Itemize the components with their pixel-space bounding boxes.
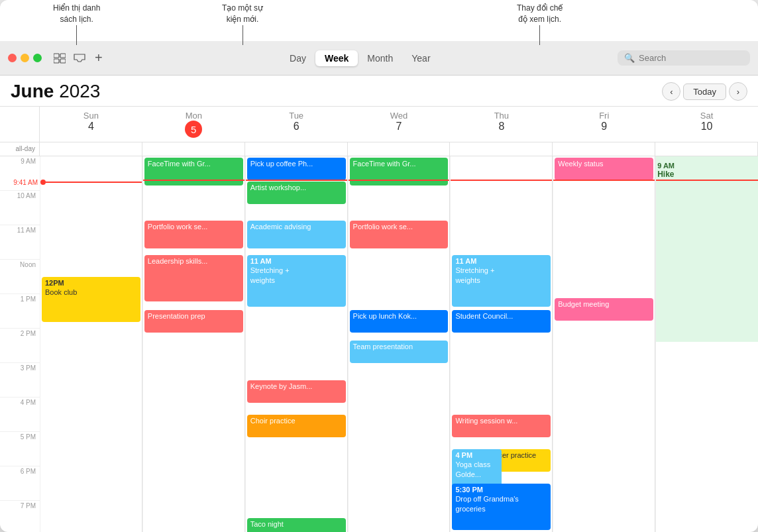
time-noon: Noon [0, 260, 40, 294]
search-icon: 🔍 [624, 53, 635, 63]
next-arrow[interactable]: › [729, 82, 747, 101]
time-line-sat-label: 9 AM [657, 162, 675, 170]
fri-wrapper: Weekly status Budget meeting [553, 156, 655, 532]
prev-arrow[interactable]: ‹ [662, 82, 680, 101]
event-grandmas-groceries[interactable]: 5:30 PMDrop off Grandma'sgroceries [452, 484, 551, 530]
event-pickup-lunch[interactable]: Pick up lunch Kok... [350, 310, 449, 333]
traffic-lights [8, 54, 42, 62]
close-button[interactable] [8, 54, 17, 62]
time-spacer [0, 107, 40, 142]
time-line-fri [553, 180, 655, 181]
event-keynote[interactable]: Keynote by Jasm... [247, 380, 346, 403]
titlebar: + Day Week Month Year 🔍 [0, 41, 758, 76]
current-time-line: 9:41 AM [40, 180, 142, 185]
time-4pm: 4 PM [0, 398, 40, 432]
allday-sun [40, 142, 142, 156]
event-weekly-status[interactable]: Weekly status [555, 158, 653, 180]
allday-mon [142, 142, 245, 156]
time-column: 9 AM 10 AM 11 AM Noon 1 PM 2 PM 3 PM 4 P… [0, 156, 40, 532]
day-header-fri: Fri 9 [553, 107, 655, 142]
event-book-club[interactable]: 12PMBook club [42, 277, 140, 322]
day-col-fri: Weekly status Budget meeting [553, 156, 655, 532]
calendar-list-icon[interactable] [52, 51, 67, 66]
event-portfolio-mon[interactable]: Portfolio work se... [144, 221, 243, 248]
time-7pm: 7 PM [0, 501, 40, 532]
svg-rect-0 [54, 54, 59, 58]
time-11am: 11 AM [0, 225, 40, 260]
event-presentation-prep[interactable]: Presentation prep [144, 310, 243, 333]
calendar-grid: Sun 4 Mon 5 Tue 6 Wed 7 Thu 8 Fri 9 [0, 107, 758, 532]
day-header-thu: Thu 8 [450, 107, 553, 142]
view-day-button[interactable]: Day [280, 50, 315, 66]
view-month-button[interactable]: Month [358, 50, 402, 66]
event-stretching-thu[interactable]: 11 AMStretching +weights [452, 255, 551, 307]
minimize-button[interactable] [21, 54, 29, 62]
allday-thu [450, 142, 553, 156]
time-rows: 9 AM 10 AM 11 AM Noon 1 PM 2 PM 3 PM 4 P… [0, 156, 758, 532]
calendar-header: June 2023 ‹ Today › [0, 76, 758, 107]
inbox-icon[interactable] [72, 51, 87, 66]
search-input[interactable] [639, 53, 743, 63]
event-student-council[interactable]: Student Council... [452, 310, 551, 333]
time-2pm: 2 PM [0, 329, 40, 363]
day-col-wed: FaceTime with Gr... Portfolio work se...… [348, 156, 451, 532]
event-facetime-wed[interactable]: FaceTime with Gr... [350, 158, 449, 186]
view-year-button[interactable]: Year [402, 50, 439, 66]
event-facetime-mon[interactable]: FaceTime with Gr... [144, 158, 243, 186]
event-hike[interactable]: Hike [657, 170, 757, 179]
search-box[interactable]: 🔍 [618, 50, 750, 66]
calendar-month: June [11, 81, 54, 101]
event-budget-meeting[interactable]: Budget meeting [555, 298, 653, 321]
event-portfolio-wed[interactable]: Portfolio work se... [350, 221, 449, 248]
time-line-sat [656, 180, 758, 181]
svg-rect-1 [60, 54, 66, 58]
tooltip1-text: Hiển thị danhsách lịch. [53, 3, 100, 25]
today-button[interactable]: Today [683, 83, 726, 100]
event-leadership[interactable]: Leadership skills... [144, 255, 243, 301]
allday-wed [348, 142, 451, 156]
day-col-sat: 9 AM Hike [655, 156, 758, 532]
calendar-title: June 2023 [11, 81, 100, 102]
thu-wrapper: 11 AMStretching +weights Student Council… [451, 156, 552, 532]
calendar-body: 9 AM 10 AM 11 AM Noon 1 PM 2 PM 3 PM 4 P… [0, 156, 758, 532]
tue-wrapper: Pick up coffee Ph... Artist workshop... … [246, 156, 347, 532]
event-pickup-coffee[interactable]: Pick up coffee Ph... [247, 158, 346, 180]
allday-label: all-day [0, 142, 40, 156]
current-time-label: 9:41 AM [1, 179, 38, 186]
time-line-tue [246, 180, 347, 181]
view-week-button[interactable]: Week [315, 50, 358, 66]
event-academic-advising[interactable]: Academic advising [247, 221, 346, 248]
allday-row: all-day [0, 142, 758, 156]
day-header-tue: Tue 6 [245, 107, 348, 142]
svg-rect-3 [60, 59, 66, 63]
time-1pm: 1 PM [0, 294, 40, 329]
day-header-sun: Sun 4 [40, 107, 142, 142]
current-time-container: 9:41 AM [40, 180, 142, 185]
tooltip3: Thay đổi chếđộ xem lịch. [517, 3, 563, 45]
wed-wrapper: FaceTime with Gr... Portfolio work se...… [349, 156, 450, 532]
time-3pm: 3 PM [0, 363, 40, 398]
tooltip2: Tạo một sựkiện mới. [222, 3, 263, 45]
day-col-thu: 11 AMStretching +weights Student Council… [450, 156, 553, 532]
allday-sat [655, 142, 758, 156]
sun-wrapper: 12PMBook club 9:41 AM [40, 156, 142, 532]
navigation-buttons: ‹ Today › [662, 82, 747, 101]
calendar-year: 2023 [59, 81, 100, 101]
event-choir-practice[interactable]: Choir practice [247, 415, 346, 437]
maximize-button[interactable] [33, 54, 42, 62]
add-event-button[interactable]: + [95, 50, 103, 66]
event-artist-workshop[interactable]: Artist workshop... [247, 182, 346, 204]
event-stretching-tue[interactable]: 11 AMStretching +weights [247, 255, 346, 307]
event-team-presentation[interactable]: Team presentation [350, 341, 449, 363]
time-6pm: 6 PM [0, 466, 40, 501]
day-header-wed: Wed 7 [348, 107, 451, 142]
tooltip3-text: Thay đổi chếđộ xem lịch. [517, 3, 563, 25]
view-switcher: Day Week Month Year [108, 50, 612, 66]
time-line-mon [143, 180, 244, 181]
day-col-sun: 12PMBook club 9:41 AM [40, 156, 142, 532]
time-line-wed [349, 180, 450, 181]
allday-tue [245, 142, 348, 156]
toolbar-icons [52, 51, 87, 66]
event-writing-session[interactable]: Writing session w... [452, 415, 551, 437]
event-taco-night[interactable]: Taco night [247, 518, 346, 532]
